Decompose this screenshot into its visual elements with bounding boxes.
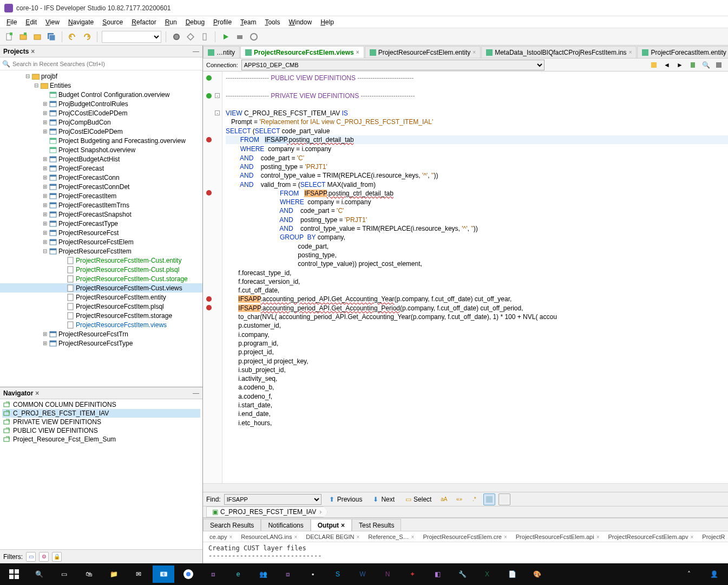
output-subtab[interactable]: ProjectResourceFcstElem.api× xyxy=(511,533,604,541)
word-icon[interactable]: W xyxy=(352,566,373,583)
ok-marker-icon[interactable] xyxy=(206,93,212,99)
navigator-item[interactable]: COMMON COLUMN DEFINITIONS xyxy=(2,400,200,409)
output-subtab[interactable]: ProjectR xyxy=(698,533,728,541)
teams-icon[interactable]: 👥 xyxy=(252,566,274,583)
skype-icon[interactable]: S xyxy=(327,566,349,583)
task-view-icon[interactable]: ▭ xyxy=(53,566,75,583)
close-icon[interactable]: × xyxy=(341,522,345,529)
match-case-icon[interactable]: aA xyxy=(438,493,450,505)
editor-tab[interactable]: …ntity xyxy=(203,46,240,58)
tree-item[interactable]: ⊞ProjCompBudCon xyxy=(0,118,202,127)
filter-nonpublic-icon[interactable]: 🔒 xyxy=(52,552,62,562)
close-icon[interactable]: × xyxy=(229,534,232,540)
bottom-tab-search-results[interactable]: Search Results xyxy=(203,519,261,531)
output-subtab[interactable]: ProjectResourceFcstElem.cre× xyxy=(418,533,511,541)
filter-fields-icon[interactable]: ▭ xyxy=(26,552,36,562)
close-icon[interactable]: × xyxy=(35,389,39,397)
profile-icon[interactable] xyxy=(248,31,260,43)
navigator-item[interactable]: C_PROJ_RES_FCST_ITEM_IAV xyxy=(2,409,200,418)
tree-item[interactable]: ⊟ProjectResourceFcstItem xyxy=(0,246,202,256)
output-subtab[interactable]: DECLARE BEGIN× xyxy=(301,533,364,541)
menu-profile[interactable]: Profile xyxy=(209,17,236,27)
tray-up-icon[interactable]: ˄ xyxy=(678,566,700,583)
menu-debug[interactable]: Debug xyxy=(181,17,209,27)
vs-icon[interactable]: ⧈ xyxy=(202,566,224,583)
globe-icon[interactable] xyxy=(170,31,182,43)
sql-icon[interactable] xyxy=(648,59,660,71)
fold-toggle-icon[interactable]: - xyxy=(215,93,220,98)
navigator-item[interactable]: Project_Resource_Fcst_Elem_Sum xyxy=(2,435,200,444)
tree-item[interactable]: ⊞ProjectResourceFcstElem xyxy=(0,237,202,246)
editor-tab[interactable]: ProjectResourceFcstElem.entity× xyxy=(365,46,481,58)
close-icon[interactable]: × xyxy=(294,534,297,540)
terminal-icon[interactable]: ▪ xyxy=(302,566,324,583)
tree-item[interactable]: ⊞ProjectResourceFcstType xyxy=(0,339,202,348)
menu-source[interactable]: Source xyxy=(98,17,127,27)
navigator-list[interactable]: COMMON COLUMN DEFINITIONSC_PROJ_RES_FCST… xyxy=(0,399,202,549)
tree-item[interactable]: ⊞ProjCCostElCodePDem xyxy=(0,108,202,118)
close-icon[interactable]: × xyxy=(357,534,360,540)
excel-icon[interactable]: X xyxy=(476,566,498,583)
wrap-icon[interactable] xyxy=(499,493,510,505)
onenote-icon[interactable]: N xyxy=(377,566,398,583)
search-input[interactable] xyxy=(12,61,200,67)
tree-item[interactable]: ProjectResourceFcstItem.plsql xyxy=(0,302,202,311)
tree-item[interactable]: ⊞ProjectForecastItemTrns xyxy=(0,200,202,210)
code-area[interactable]: -------------------- PUBLIC VIEW DEFINIT… xyxy=(222,72,728,483)
menu-refactor[interactable]: Refactor xyxy=(127,17,160,27)
tree-item[interactable]: ProjectResourceFcstItem.entity xyxy=(0,292,202,302)
chrome-icon[interactable] xyxy=(178,566,199,583)
nav-fwd-icon[interactable]: ► xyxy=(674,59,686,71)
people-icon[interactable]: 👤 xyxy=(703,566,725,583)
connection-select[interactable]: APPS10_DEP_CMB xyxy=(241,60,545,70)
output-subtab[interactable]: ce.apy× xyxy=(205,533,237,541)
menu-edit[interactable]: Edit xyxy=(21,17,41,27)
tree-item[interactable]: ⊞ProjectForecastConnDet xyxy=(0,182,202,191)
output-subtab[interactable]: ProjectResourceFcstElem.apv× xyxy=(604,533,698,541)
inner-tab[interactable]: ▣ C_PROJ_RES_FCST_ITEM_IAV › xyxy=(206,506,327,517)
new-file-icon[interactable] xyxy=(3,31,15,43)
tree-item[interactable]: ⊞ProjectResourceFcst xyxy=(0,228,202,237)
tree-item[interactable]: ⊞ProjectBudgetActHist xyxy=(0,154,202,164)
tree-item[interactable]: ⊞ProjectForecastType xyxy=(0,219,202,228)
bookmark-icon[interactable] xyxy=(687,59,699,71)
tree-item[interactable]: Project Snapshot.overview xyxy=(0,145,202,154)
code-editor[interactable]: -- -------------------- PUBLIC VIEW DEFI… xyxy=(203,72,728,483)
error-marker-icon[interactable] xyxy=(206,137,212,142)
error-marker-icon[interactable] xyxy=(206,296,212,302)
close-icon[interactable]: × xyxy=(31,48,35,55)
menu-tools[interactable]: Tools xyxy=(260,17,284,27)
find-previous-button[interactable]: ⬆Previous xyxy=(325,495,366,504)
find-select-button[interactable]: ▭Select xyxy=(401,495,435,504)
editor-tab[interactable]: ProjectResourceFcstElem.views× xyxy=(240,46,364,58)
notepad-icon[interactable]: 📄 xyxy=(501,566,523,583)
open-icon[interactable] xyxy=(31,31,43,43)
highlight-icon[interactable] xyxy=(483,493,495,505)
tree-item[interactable]: ProjectResourceFcstItem-Cust.entity xyxy=(0,256,202,265)
debug-icon[interactable] xyxy=(234,31,246,43)
tree-item[interactable]: ⊞ProjCostElCodePDem xyxy=(0,127,202,136)
run-icon[interactable] xyxy=(220,31,232,43)
search-icon[interactable]: 🔍 xyxy=(28,566,50,583)
menu-run[interactable]: Run xyxy=(161,17,181,27)
build-icon[interactable] xyxy=(185,31,196,43)
bottom-tab-test-results[interactable]: Test Results xyxy=(352,519,401,531)
nav-back-icon[interactable]: ◄ xyxy=(661,59,673,71)
editor-tab[interactable]: MetaData_IstoolBIQfactCProjResFcstItem.i… xyxy=(481,46,637,58)
regex-icon[interactable]: .* xyxy=(468,493,480,505)
tree-item[interactable]: Project Budgeting and Forecasting.overvi… xyxy=(0,136,202,145)
menu-navigate[interactable]: Navigate xyxy=(64,17,98,27)
find-icon[interactable]: 🔍 xyxy=(700,59,712,71)
editor-tab[interactable]: ProjectForecastItem.entity xyxy=(637,46,728,58)
tree-item[interactable]: ProjectResourceFcstItem.views xyxy=(0,320,202,329)
tree-item[interactable]: ProjectResourceFcstItem-Cust.plsql xyxy=(0,265,202,274)
search-icon[interactable]: 🔍 xyxy=(2,60,10,68)
projects-tree[interactable]: ⊟projbf⊟EntitiesBudget Control Configura… xyxy=(0,70,202,387)
tree-item[interactable]: ⊞ProjectForecastSnapshot xyxy=(0,210,202,219)
paint-icon[interactable]: 🎨 xyxy=(526,566,548,583)
undo-icon[interactable] xyxy=(67,31,78,43)
tree-item[interactable]: ⊟projbf xyxy=(0,72,202,81)
outlook-icon[interactable]: 📧 xyxy=(153,566,174,583)
tree-item[interactable]: ProjectResourceFcstItem-Cust.storage xyxy=(0,274,202,283)
bottom-tab-notifications[interactable]: Notifications xyxy=(261,519,310,531)
